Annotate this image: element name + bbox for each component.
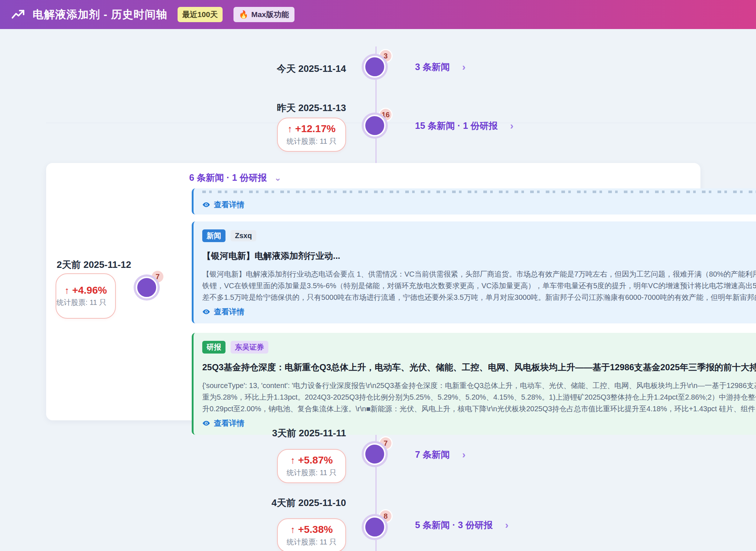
rise-arrow-icon: ↑ [290,455,295,466]
timeline-node[interactable] [364,115,386,136]
badge-row: 研报 东吴证券 [202,341,756,354]
row-divider [46,123,756,123]
timeline-node-wrap: 7 [134,274,163,303]
eye-icon [202,201,210,209]
news-link-label: 7 条新闻 [415,449,450,461]
entry-date-label: 4天前 2025-11-10 [272,497,346,509]
eye-icon [202,419,210,427]
rise-arrow-icon: ↑ [288,123,292,134]
news-link-label: 15 条新闻 · 1 份研报 [415,120,498,132]
news-body-line: 差不多1.5万吨是给宁德保供的，只有5000吨在市场进行流通，宁德也还要外采3.… [202,291,756,303]
trend-chart-icon [11,7,25,22]
report-card[interactable]: 研报 东吴证券 25Q3基金持仓深度：电新重仓Q3总体上升，电动车、光伏、储能、… [192,333,756,435]
change-percent: ↑+4.96% [65,285,107,296]
badge-row: 新闻 Zsxq [202,229,756,242]
rise-arrow-icon: ↑ [65,285,69,296]
report-type-badge: 研报 [202,341,225,354]
change-percent: ↑+12.17% [288,123,336,135]
view-detail-link[interactable]: 查看详情 [202,307,244,317]
change-pill: ↑+4.96% 统计股票: 11 只 [56,273,116,319]
change-pill: ↑+12.17% 统计股票: 11 只 [277,118,346,152]
max-feature-label: Max版功能 [251,9,289,20]
view-detail-link[interactable]: 查看详情 [202,200,244,210]
change-pill: ↑+5.38% 统计股票: 11 只 [277,518,346,551]
report-body: {'sourceType': 13, 'content': '电力设备行业深度报… [202,380,756,415]
chevron-right-icon: › [462,62,466,72]
stock-count: 统计股票: 11 只 [286,136,336,146]
eye-icon [202,308,210,316]
news-card-list: 查看详情 新闻 Zsxq 【银河电新】电解液添加剂行业动... 【银河电新】电解… [192,188,756,435]
page-title: 电解液添加剂 - 历史时间轴 [33,7,167,22]
report-title: 25Q3基金持仓深度：电新重仓Q3总体上升，电动车、光伏、储能、工控、电网、风电… [202,362,756,373]
view-detail-link[interactable]: 查看详情 [202,418,244,428]
view-detail-label: 查看详情 [214,307,244,317]
app-header: 电解液添加剂 - 历史时间轴 最近100天 🔥 Max版功能 [0,0,756,29]
timeline-screen: 电解液添加剂 - 历史时间轴 最近100天 🔥 Max版功能 今天 2025-1… [0,0,756,551]
news-link-label: 5 条新闻 · 3 份研报 [415,519,493,531]
entry-date-label: 2天前 2025-11-12 [57,258,131,271]
recent-days-badge: 最近100天 [178,7,223,22]
chevron-right-icon: › [505,520,508,530]
expanded-summary-label: 6 条新闻 · 1 份研报 [189,172,267,184]
view-detail-label: 查看详情 [214,418,244,428]
expanded-day-card: 6 条新闻 · 1 份研报 ⌄ 2天前 2025-11-12 ↑+4.96% 统… [46,163,700,420]
expanded-summary-link[interactable]: 6 条新闻 · 1 份研报 ⌄ [189,172,281,184]
news-body: 【银河电新】电解液添加剂行业动态电话会要点 1、供需情况：VC当前供需很紧，头部… [202,268,756,303]
flame-icon: 🔥 [239,10,248,19]
news-body-line: 【银河电新】电解液添加剂行业动态电话会要点 1、供需情况：VC当前供需很紧，头部… [202,268,756,280]
timeline-node[interactable] [364,56,386,78]
change-percent: ↑+5.87% [290,454,333,466]
report-body-line: {'sourceType': 13, 'content': '电力设备行业深度报… [202,380,756,391]
change-percent: ↑+5.38% [290,524,333,535]
view-detail-label: 查看详情 [214,200,244,210]
report-body-line: 升0.29pct至2.00%，钠电池、复合集流体上涨。\r\n■新能源：光伏、风… [202,403,756,415]
clipped-text-strip [202,191,756,193]
timeline-node-wrap: 16 [362,113,391,142]
change-pill: ↑+5.87% 统计股票: 11 只 [277,449,346,483]
rise-arrow-icon: ↑ [290,524,295,535]
news-source-badge: Zsxq [231,230,256,241]
chevron-down-icon: ⌄ [274,173,281,183]
stock-count: 统计股票: 11 只 [286,537,336,547]
news-link[interactable]: 15 条新闻 · 1 份研报 › [415,120,513,132]
timeline-node-wrap: 3 [362,54,391,83]
chevron-right-icon: › [462,450,466,460]
timeline-node[interactable] [364,516,386,538]
news-link-label: 3 条新闻 [415,61,450,73]
news-title: 【银河电新】电解液添加剂行业动... [202,250,756,262]
max-feature-badge: 🔥 Max版功能 [233,7,294,22]
timeline-node[interactable] [364,443,386,465]
stock-count: 统计股票: 11 只 [286,468,336,478]
news-type-badge: 新闻 [202,229,225,242]
timeline-node[interactable] [136,277,158,298]
news-card[interactable]: 新闻 Zsxq 【银河电新】电解液添加剂行业动... 【银河电新】电解液添加剂行… [192,221,756,323]
chevron-right-icon: › [510,121,513,131]
stock-count: 统计股票: 11 只 [56,298,115,307]
entry-date-label: 3天前 2025-11-11 [272,427,346,440]
entry-date-label: 今天 2025-11-14 [277,62,346,75]
news-body-line: 铁锂，VC在铁锂里面的添加量是3.5%-6%（特别是储能，对循环充放电次数要求更… [202,280,756,291]
report-source-badge: 东吴证券 [231,341,268,354]
timeline-node-wrap: 7 [362,441,391,470]
news-link[interactable]: 3 条新闻 › [415,61,466,73]
entry-date-label: 昨天 2025-11-13 [277,102,346,114]
news-link[interactable]: 7 条新闻 › [415,449,466,461]
report-body-line: 重为5.28%，环比上升1.13pct。2024Q3-2025Q3持仓比例分别为… [202,391,756,403]
clipped-news-card[interactable]: 查看详情 [192,188,756,215]
timeline-node-wrap: 8 [362,514,391,543]
news-link[interactable]: 5 条新闻 · 3 份研报 › [415,519,508,531]
